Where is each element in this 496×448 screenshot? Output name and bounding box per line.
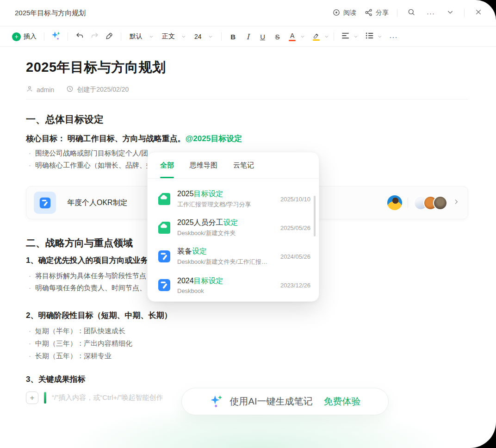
section-2-3-heading: 3、关键成果指标 bbox=[26, 374, 85, 385]
insert-label: 插入 bbox=[24, 32, 37, 41]
bold-button[interactable]: B bbox=[226, 30, 240, 44]
cloud-note-icon bbox=[157, 192, 171, 206]
ai-banner-text: 使用AI一键生成笔记 bbox=[230, 395, 313, 408]
search-button[interactable] bbox=[406, 7, 417, 19]
insert-button[interactable]: + 插入 bbox=[9, 30, 39, 44]
result-date: 2025/10/10 bbox=[276, 196, 310, 203]
core-goal-label: 核心目标： bbox=[26, 134, 65, 143]
collapse-button[interactable] bbox=[445, 7, 456, 19]
section-2-1-heading: 1、确定优先投入的项目方向或业务 bbox=[26, 255, 148, 266]
add-block-button[interactable]: + bbox=[26, 392, 38, 404]
document-meta: admin 创建于2025/02/20 bbox=[26, 85, 129, 94]
result-date: 2024/05/26 bbox=[276, 253, 310, 260]
list-button[interactable] bbox=[363, 30, 377, 44]
text-cursor bbox=[44, 392, 46, 404]
doc-note-icon bbox=[39, 197, 51, 209]
ai-assistant-button[interactable] bbox=[49, 30, 63, 44]
doc-note-tile bbox=[34, 192, 56, 214]
strikethrough-button[interactable]: S bbox=[271, 30, 285, 44]
okr-card-title: 年度个人OKR制定 bbox=[67, 198, 128, 208]
list-item: ·短期（半年）：团队快速成长 bbox=[29, 327, 125, 336]
read-mode-button[interactable]: 阅读 bbox=[332, 8, 356, 18]
cloud-note-icon bbox=[157, 221, 171, 235]
editor-toolbar: + 插入 默认 正文 24 B I U bbox=[0, 27, 496, 47]
share-button[interactable]: 分享 bbox=[365, 8, 389, 18]
divider bbox=[26, 99, 468, 100]
chevron-down-icon[interactable] bbox=[378, 34, 382, 39]
paragraph-select[interactable]: 正文 bbox=[158, 30, 190, 44]
list-item: ·将目标拆解为具体任务与阶段性节点 bbox=[29, 272, 146, 280]
toolbar-divider bbox=[44, 32, 44, 41]
document-title: 2025年目标与方向规划 bbox=[26, 58, 166, 77]
redo-button[interactable] bbox=[87, 30, 101, 44]
undo-button[interactable] bbox=[73, 30, 87, 44]
avatar bbox=[433, 196, 447, 210]
toolbar-divider bbox=[121, 32, 121, 41]
tab-mindmap[interactable]: 思维导图 bbox=[190, 152, 217, 178]
core-goal-line: 核心目标： 明确工作目标、方向与战略重点。@2025目标设定 bbox=[26, 133, 242, 144]
search-icon bbox=[407, 8, 415, 18]
underline-button[interactable]: U bbox=[256, 30, 270, 44]
free-trial-link[interactable]: 免费体验 bbox=[323, 395, 360, 408]
doc-note-icon bbox=[157, 278, 171, 292]
active-tab-underline bbox=[160, 177, 174, 178]
highlight-button[interactable] bbox=[310, 30, 323, 44]
list-item: ·明确每项任务的负责人、时间节点、 bbox=[29, 284, 146, 292]
format-painter-icon bbox=[105, 31, 114, 42]
undo-icon bbox=[75, 31, 84, 42]
tab-all[interactable]: 全部 bbox=[160, 152, 174, 178]
popup-result-list: 2025目标设定 工作汇报管理文档/学习分享 2025/10/10 2025人员… bbox=[148, 179, 319, 299]
align-button[interactable] bbox=[339, 30, 353, 44]
font-color-button[interactable]: A bbox=[285, 30, 299, 44]
section-2-heading: 二、战略方向与重点领域 bbox=[26, 236, 133, 249]
mention-link[interactable]: @2025目标设定 bbox=[186, 134, 242, 143]
clock-icon bbox=[66, 85, 74, 94]
doc-note-icon bbox=[157, 249, 171, 263]
window-topbar: 2025年目标与方向规划 阅读 分享 ··· bbox=[0, 0, 496, 26]
font-size-select[interactable]: 24 bbox=[191, 30, 217, 44]
result-date: 2023/12/26 bbox=[276, 282, 310, 289]
mention-search-popup: 全部 思维导图 云笔记 2025目标设定 工作汇报管理文档/学习分享 2025/… bbox=[147, 152, 319, 302]
topbar-divider bbox=[397, 9, 397, 17]
editor-placeholder[interactable]: “/”插入内容，或“Ctrl+/”唤起智能创作 bbox=[52, 393, 163, 402]
result-item[interactable]: 2024目标设定 Deskbook 2023/12/26 bbox=[157, 271, 310, 299]
author-name: admin bbox=[37, 86, 54, 93]
result-date: 2025/05/26 bbox=[276, 224, 310, 231]
popup-scrollbar[interactable] bbox=[314, 196, 316, 236]
ai-banner[interactable]: 使用AI一键生成笔记 免费体验 bbox=[181, 388, 389, 415]
font-size-value: 24 bbox=[194, 33, 202, 40]
toolbar-divider bbox=[221, 32, 222, 41]
result-path: Deskbook/新建文件夹 bbox=[177, 229, 238, 237]
toolbar-more-button[interactable]: ··· bbox=[387, 30, 401, 44]
popup-tabs: 全部 思维导图 云笔记 bbox=[148, 152, 319, 179]
created-date: 创建于2025/02/20 bbox=[77, 86, 129, 94]
window-title: 2025年目标与方向规划 bbox=[15, 9, 86, 18]
section-2-2-heading: 2、明确阶段性目标（短期、中期、长期） bbox=[26, 310, 172, 321]
toolbar-divider bbox=[68, 32, 68, 41]
italic-button[interactable]: I bbox=[241, 30, 255, 44]
list-item: ·中期（三年）：产出内容精细化 bbox=[29, 339, 132, 348]
created-meta: 创建于2025/02/20 bbox=[66, 85, 129, 94]
chevron-right-icon[interactable] bbox=[453, 199, 459, 207]
chevron-down-icon[interactable] bbox=[300, 34, 305, 39]
chevron-down-icon[interactable] bbox=[324, 34, 329, 39]
result-path: Deskbook bbox=[177, 287, 223, 294]
chevron-down-icon bbox=[181, 34, 186, 39]
more-options-button[interactable]: ··· bbox=[425, 7, 436, 19]
plus-circle-icon: + bbox=[12, 32, 21, 41]
result-item[interactable]: 2025目标设定 工作汇报管理文档/学习分享 2025/10/10 bbox=[157, 185, 310, 213]
highlighter-icon bbox=[311, 32, 322, 41]
ai-sparkle-icon bbox=[210, 394, 223, 410]
ai-sparkle-icon bbox=[51, 31, 61, 43]
style-select[interactable]: 默认 bbox=[126, 30, 157, 44]
author-meta: admin bbox=[26, 85, 54, 94]
result-item[interactable]: 装备设定 Deskbook/新建文件夹/工作汇报… 2024/05/26 bbox=[157, 242, 310, 271]
close-button[interactable] bbox=[473, 7, 484, 19]
style-select-value: 默认 bbox=[130, 32, 143, 41]
paragraph-select-value: 正文 bbox=[162, 32, 175, 41]
chevron-down-icon[interactable] bbox=[353, 34, 358, 39]
plus-icon: + bbox=[30, 393, 35, 403]
result-item[interactable]: 2025人员分工设定 Deskbook/新建文件夹 2025/05/26 bbox=[157, 213, 310, 242]
tab-cloud-note[interactable]: 云笔记 bbox=[233, 152, 254, 178]
format-painter-button[interactable] bbox=[102, 30, 116, 44]
